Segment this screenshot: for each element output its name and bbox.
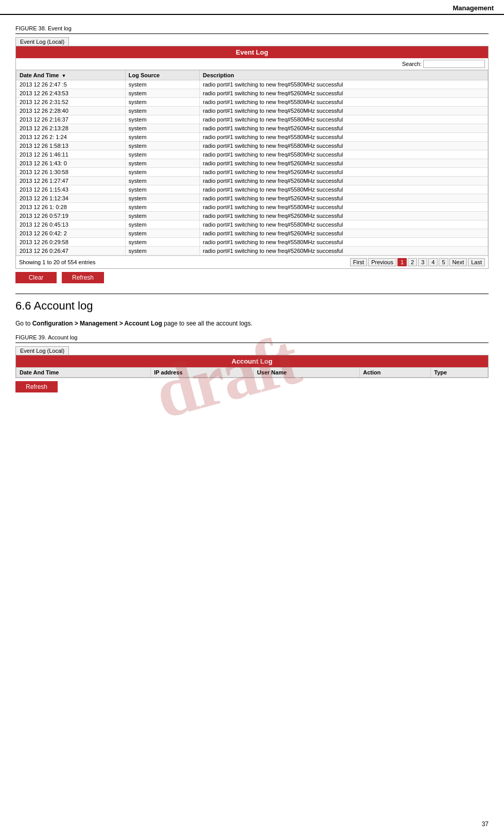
table-cell: radio port#1 switching to new freq#5580M… bbox=[200, 133, 488, 142]
figure39-caption-bold: FIGURE 39. bbox=[15, 334, 46, 340]
figure38-caption: FIGURE 38. Event log bbox=[15, 25, 489, 31]
account-log-buttons: Refresh bbox=[15, 378, 489, 392]
table-row: 2013 12 26 1:58:13systemradio port#1 swi… bbox=[16, 142, 488, 150]
figure39-caption: FIGURE 39. Account log bbox=[15, 334, 489, 340]
account-col-header: Date And Time bbox=[16, 368, 151, 378]
table-cell: radio port#1 switching to new freq#5260M… bbox=[200, 168, 488, 177]
table-row: 2013 12 26 2: 1:24systemradio port#1 swi… bbox=[16, 133, 488, 142]
table-cell: system bbox=[125, 238, 199, 247]
table-cell: system bbox=[125, 142, 199, 150]
table-row: 2013 12 26 2:13:28systemradio port#1 swi… bbox=[16, 124, 488, 133]
table-cell: radio port#1 switching to new freq#5580M… bbox=[200, 150, 488, 159]
account-log-title: Account Log bbox=[16, 355, 488, 367]
search-input[interactable] bbox=[423, 60, 485, 68]
table-cell: radio port#1 switching to new freq#5260M… bbox=[200, 194, 488, 203]
table-cell: system bbox=[125, 247, 199, 255]
table-cell: 2013 12 26 1:58:13 bbox=[16, 142, 126, 150]
table-cell: 2013 12 26 0:42: 2 bbox=[16, 229, 126, 238]
table-cell: 2013 12 26 1:27:47 bbox=[16, 177, 126, 185]
clear-button[interactable]: Clear bbox=[15, 272, 57, 283]
table-cell: 2013 12 26 2:43:53 bbox=[16, 89, 126, 98]
table-row: 2013 12 26 2:43:53systemradio port#1 swi… bbox=[16, 89, 488, 98]
table-cell: 2013 12 26 0:29:58 bbox=[16, 238, 126, 247]
table-cell: 2013 12 26 1:15:43 bbox=[16, 185, 126, 194]
table-cell: system bbox=[125, 177, 199, 185]
page-number: 37 bbox=[482, 820, 489, 828]
event-log-container: Event Log Search: Date And Time ▼ Log So… bbox=[15, 46, 489, 269]
table-cell: system bbox=[125, 115, 199, 124]
sort-arrow-icon: ▼ bbox=[61, 73, 66, 78]
table-cell: system bbox=[125, 133, 199, 142]
pagination-button[interactable]: Next bbox=[449, 258, 467, 266]
pagination-button[interactable]: 4 bbox=[428, 258, 438, 266]
table-cell: 2013 12 26 0:45:13 bbox=[16, 220, 126, 229]
table-cell: system bbox=[125, 203, 199, 212]
figure38-caption-bold: FIGURE 38. bbox=[15, 25, 46, 31]
account-col-header: Type bbox=[431, 368, 488, 378]
table-cell: radio port#1 switching to new freq#5260M… bbox=[200, 107, 488, 115]
table-row: 2013 12 26 2:31:52systemradio port#1 swi… bbox=[16, 98, 488, 107]
table-cell: radio port#1 switching to new freq#5580M… bbox=[200, 185, 488, 194]
table-cell: 2013 12 26 2:16:37 bbox=[16, 115, 126, 124]
table-cell: system bbox=[125, 220, 199, 229]
table-cell: radio port#1 switching to new freq#5580M… bbox=[200, 238, 488, 247]
table-row: 2013 12 26 0:45:13systemradio port#1 swi… bbox=[16, 220, 488, 229]
table-row: 2013 12 26 0:57:19systemradio port#1 swi… bbox=[16, 212, 488, 220]
table-row: 2013 12 26 1:30:58systemradio port#1 swi… bbox=[16, 168, 488, 177]
table-cell: 2013 12 26 1:12:34 bbox=[16, 194, 126, 203]
pagination-button[interactable]: Last bbox=[468, 258, 485, 266]
table-row: 2013 12 26 1:12:34systemradio port#1 swi… bbox=[16, 194, 488, 203]
table-cell: 2013 12 26 1:43: 0 bbox=[16, 159, 126, 168]
table-cell: system bbox=[125, 98, 199, 107]
section-text-bold: Configuration > Management > Account Log bbox=[32, 320, 162, 327]
pagination-button[interactable]: 2 bbox=[408, 258, 417, 266]
section-text: Go to Configuration > Management > Accou… bbox=[15, 319, 489, 328]
table-cell: 2013 12 26 2:47 :5 bbox=[16, 80, 126, 89]
table-row: 2013 12 26 1: 0:28systemradio port#1 swi… bbox=[16, 203, 488, 212]
table-cell: radio port#1 switching to new freq#5580M… bbox=[200, 203, 488, 212]
pagination-button[interactable]: First bbox=[350, 258, 367, 266]
table-cell: 2013 12 26 0:57:19 bbox=[16, 212, 126, 220]
account-log-tab[interactable]: Event Log (Local) bbox=[15, 346, 69, 355]
pagination-button[interactable]: 1 bbox=[397, 258, 407, 266]
table-cell: radio port#1 switching to new freq#5260M… bbox=[200, 177, 488, 185]
entries-count: Showing 1 to 20 of 554 entries bbox=[19, 259, 96, 265]
account-col-header: User Name bbox=[254, 368, 360, 378]
table-cell: 2013 12 26 2:28:40 bbox=[16, 107, 126, 115]
table-row: 2013 12 26 2:47 :5systemradio port#1 swi… bbox=[16, 80, 488, 89]
account-col-header: Action bbox=[360, 368, 431, 378]
section-divider bbox=[15, 294, 489, 294]
table-cell: 2013 12 26 2:31:52 bbox=[16, 98, 126, 107]
section-heading: 6.6 Account log bbox=[15, 299, 489, 313]
account-refresh-button[interactable]: Refresh bbox=[15, 381, 58, 392]
refresh-button[interactable]: Refresh bbox=[62, 272, 104, 283]
event-log-title: Event Log bbox=[16, 46, 488, 58]
bottom-buttons: Clear Refresh bbox=[15, 272, 489, 283]
page-header: Management bbox=[0, 0, 504, 15]
table-cell: system bbox=[125, 80, 199, 89]
table-cell: system bbox=[125, 168, 199, 177]
table-row: 2013 12 26 2:16:37systemradio port#1 swi… bbox=[16, 115, 488, 124]
table-cell: system bbox=[125, 229, 199, 238]
table-cell: radio port#1 switching to new freq#5260M… bbox=[200, 212, 488, 220]
table-footer: Showing 1 to 20 of 554 entries FirstPrev… bbox=[16, 255, 488, 268]
table-cell: 2013 12 26 1:30:58 bbox=[16, 168, 126, 177]
table-cell: 2013 12 26 2: 1:24 bbox=[16, 133, 126, 142]
col-date-time: Date And Time ▼ bbox=[16, 71, 126, 80]
event-log-tab[interactable]: Event Log (Local) bbox=[15, 37, 69, 46]
table-cell: 2013 12 26 1:46:11 bbox=[16, 150, 126, 159]
table-cell: radio port#1 switching to new freq#5260M… bbox=[200, 247, 488, 255]
table-row: 2013 12 26 2:28:40systemradio port#1 swi… bbox=[16, 107, 488, 115]
table-cell: system bbox=[125, 107, 199, 115]
col-log-source: Log Source bbox=[125, 71, 199, 80]
pagination-button[interactable]: 5 bbox=[439, 258, 448, 266]
pagination-button[interactable]: Previous bbox=[368, 258, 396, 266]
table-cell: 2013 12 26 0:26:47 bbox=[16, 247, 126, 255]
figure38-caption-text: Event log bbox=[48, 25, 72, 31]
table-row: 2013 12 26 1:15:43systemradio port#1 swi… bbox=[16, 185, 488, 194]
table-cell: radio port#1 switching to new freq#5580M… bbox=[200, 98, 488, 107]
figure39-caption-text: Account log bbox=[48, 334, 77, 340]
pagination-button[interactable]: 3 bbox=[418, 258, 427, 266]
table-row: 2013 12 26 0:29:58systemradio port#1 swi… bbox=[16, 238, 488, 247]
table-cell: system bbox=[125, 194, 199, 203]
